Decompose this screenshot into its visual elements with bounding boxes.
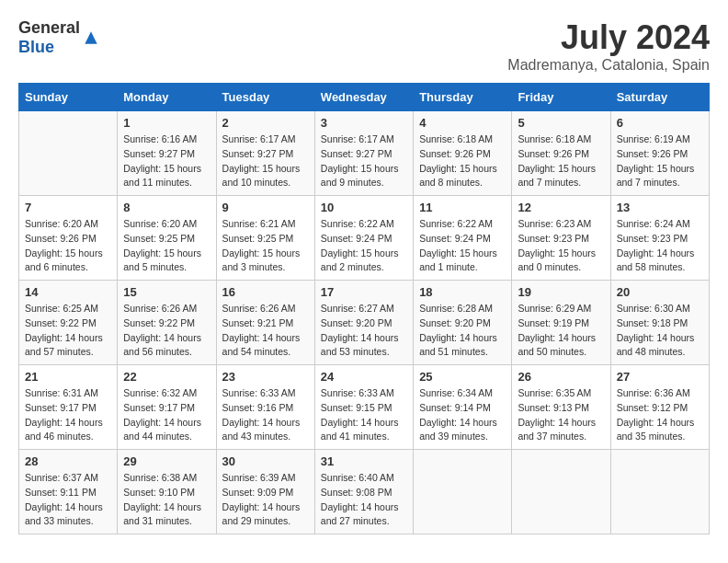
day-number: 10 <box>321 201 407 214</box>
calendar-cell: 20Sunrise: 6:30 AMSunset: 9:18 PMDayligh… <box>610 281 709 365</box>
calendar-header-row: Sunday Monday Tuesday Wednesday Thursday… <box>19 84 710 111</box>
day-number: 20 <box>617 285 703 299</box>
day-info: Sunrise: 6:40 AMSunset: 9:08 PMDaylight:… <box>321 471 407 529</box>
col-thursday: Thursday <box>414 84 512 111</box>
logo-general: General <box>18 18 80 37</box>
day-number: 9 <box>222 201 309 214</box>
calendar-cell: 8Sunrise: 6:20 AMSunset: 9:25 PMDaylight… <box>118 196 216 281</box>
day-info: Sunrise: 6:29 AMSunset: 9:19 PMDaylight:… <box>518 302 604 360</box>
day-info: Sunrise: 6:18 AMSunset: 9:26 PMDaylight:… <box>419 132 506 190</box>
location-title: Madremanya, Catalonia, Spain <box>507 57 710 74</box>
day-number: 16 <box>222 285 309 299</box>
day-number: 8 <box>123 201 210 214</box>
calendar-cell: 19Sunrise: 6:29 AMSunset: 9:19 PMDayligh… <box>512 281 610 365</box>
calendar-cell: 12Sunrise: 6:23 AMSunset: 9:23 PMDayligh… <box>512 196 610 281</box>
day-info: Sunrise: 6:26 AMSunset: 9:22 PMDaylight:… <box>123 302 210 360</box>
day-number: 31 <box>321 454 407 468</box>
page-header: General Blue July 2024 Madremanya, Catal… <box>18 18 710 74</box>
day-number: 14 <box>25 285 111 299</box>
calendar-week-row: 1Sunrise: 6:16 AMSunset: 9:27 PMDaylight… <box>19 111 710 196</box>
calendar-cell: 23Sunrise: 6:33 AMSunset: 9:16 PMDayligh… <box>216 365 314 450</box>
day-number: 29 <box>123 454 210 468</box>
day-info: Sunrise: 6:20 AMSunset: 9:25 PMDaylight:… <box>123 217 210 275</box>
day-number: 28 <box>25 454 111 468</box>
month-title: July 2024 <box>507 18 710 57</box>
calendar-cell: 27Sunrise: 6:36 AMSunset: 9:12 PMDayligh… <box>610 365 709 450</box>
day-number: 26 <box>518 370 604 384</box>
day-number: 1 <box>123 116 210 130</box>
day-number: 5 <box>518 116 604 130</box>
day-info: Sunrise: 6:18 AMSunset: 9:26 PMDaylight:… <box>518 132 604 190</box>
day-number: 2 <box>222 116 309 130</box>
col-tuesday: Tuesday <box>216 84 314 111</box>
logo: General Blue <box>18 18 100 57</box>
day-number: 30 <box>222 454 309 468</box>
day-info: Sunrise: 6:19 AMSunset: 9:26 PMDaylight:… <box>617 132 703 190</box>
calendar-cell: 21Sunrise: 6:31 AMSunset: 9:17 PMDayligh… <box>19 365 118 450</box>
day-info: Sunrise: 6:26 AMSunset: 9:21 PMDaylight:… <box>222 302 309 360</box>
calendar-cell: 29Sunrise: 6:38 AMSunset: 9:10 PMDayligh… <box>118 450 216 534</box>
calendar-cell: 9Sunrise: 6:21 AMSunset: 9:25 PMDaylight… <box>216 196 314 281</box>
calendar-cell: 22Sunrise: 6:32 AMSunset: 9:17 PMDayligh… <box>118 365 216 450</box>
calendar-cell: 14Sunrise: 6:25 AMSunset: 9:22 PMDayligh… <box>19 281 118 365</box>
day-number: 18 <box>419 285 506 299</box>
calendar-cell: 16Sunrise: 6:26 AMSunset: 9:21 PMDayligh… <box>216 281 314 365</box>
day-number: 13 <box>617 201 703 214</box>
day-info: Sunrise: 6:33 AMSunset: 9:15 PMDaylight:… <box>321 386 407 444</box>
day-info: Sunrise: 6:25 AMSunset: 9:22 PMDaylight:… <box>25 302 111 360</box>
calendar-cell: 15Sunrise: 6:26 AMSunset: 9:22 PMDayligh… <box>118 281 216 365</box>
col-sunday: Sunday <box>19 84 118 111</box>
day-number: 24 <box>321 370 407 384</box>
day-info: Sunrise: 6:24 AMSunset: 9:23 PMDaylight:… <box>617 217 703 275</box>
calendar-week-row: 21Sunrise: 6:31 AMSunset: 9:17 PMDayligh… <box>19 365 710 450</box>
calendar-cell: 6Sunrise: 6:19 AMSunset: 9:26 PMDaylight… <box>610 111 709 196</box>
day-info: Sunrise: 6:37 AMSunset: 9:11 PMDaylight:… <box>25 471 111 529</box>
day-info: Sunrise: 6:20 AMSunset: 9:26 PMDaylight:… <box>25 217 111 275</box>
calendar-cell: 11Sunrise: 6:22 AMSunset: 9:24 PMDayligh… <box>414 196 512 281</box>
day-info: Sunrise: 6:27 AMSunset: 9:20 PMDaylight:… <box>321 302 407 360</box>
calendar-cell: 7Sunrise: 6:20 AMSunset: 9:26 PMDaylight… <box>19 196 118 281</box>
day-number: 17 <box>321 285 407 299</box>
calendar-week-row: 14Sunrise: 6:25 AMSunset: 9:22 PMDayligh… <box>19 281 710 365</box>
calendar-cell <box>512 450 610 534</box>
day-number: 3 <box>321 116 407 130</box>
calendar-cell: 3Sunrise: 6:17 AMSunset: 9:27 PMDaylight… <box>314 111 413 196</box>
calendar-cell: 4Sunrise: 6:18 AMSunset: 9:26 PMDaylight… <box>414 111 512 196</box>
calendar-cell <box>414 450 512 534</box>
day-info: Sunrise: 6:22 AMSunset: 9:24 PMDaylight:… <box>419 217 506 275</box>
calendar-week-row: 7Sunrise: 6:20 AMSunset: 9:26 PMDaylight… <box>19 196 710 281</box>
calendar-cell: 13Sunrise: 6:24 AMSunset: 9:23 PMDayligh… <box>610 196 709 281</box>
title-block: July 2024 Madremanya, Catalonia, Spain <box>507 18 710 74</box>
day-info: Sunrise: 6:31 AMSunset: 9:17 PMDaylight:… <box>25 386 111 444</box>
day-info: Sunrise: 6:16 AMSunset: 9:27 PMDaylight:… <box>123 132 210 190</box>
day-info: Sunrise: 6:33 AMSunset: 9:16 PMDaylight:… <box>222 386 309 444</box>
day-info: Sunrise: 6:30 AMSunset: 9:18 PMDaylight:… <box>617 302 703 360</box>
calendar-cell: 2Sunrise: 6:17 AMSunset: 9:27 PMDaylight… <box>216 111 314 196</box>
calendar-cell: 31Sunrise: 6:40 AMSunset: 9:08 PMDayligh… <box>314 450 413 534</box>
day-number: 27 <box>617 370 703 384</box>
calendar-cell: 24Sunrise: 6:33 AMSunset: 9:15 PMDayligh… <box>314 365 413 450</box>
col-saturday: Saturday <box>610 84 709 111</box>
calendar-cell: 30Sunrise: 6:39 AMSunset: 9:09 PMDayligh… <box>216 450 314 534</box>
day-number: 23 <box>222 370 309 384</box>
logo-text: General Blue <box>18 18 80 57</box>
day-number: 7 <box>25 201 111 214</box>
col-monday: Monday <box>118 84 216 111</box>
day-number: 25 <box>419 370 506 384</box>
day-number: 11 <box>419 201 506 214</box>
day-info: Sunrise: 6:17 AMSunset: 9:27 PMDaylight:… <box>321 132 407 190</box>
col-wednesday: Wednesday <box>314 84 413 111</box>
day-number: 19 <box>518 285 604 299</box>
col-friday: Friday <box>512 84 610 111</box>
day-number: 4 <box>419 116 506 130</box>
day-info: Sunrise: 6:39 AMSunset: 9:09 PMDaylight:… <box>222 471 309 529</box>
calendar-cell: 17Sunrise: 6:27 AMSunset: 9:20 PMDayligh… <box>314 281 413 365</box>
calendar-table: Sunday Monday Tuesday Wednesday Thursday… <box>18 83 710 534</box>
day-info: Sunrise: 6:32 AMSunset: 9:17 PMDaylight:… <box>123 386 210 444</box>
day-info: Sunrise: 6:21 AMSunset: 9:25 PMDaylight:… <box>222 217 309 275</box>
day-number: 22 <box>123 370 210 384</box>
day-info: Sunrise: 6:35 AMSunset: 9:13 PMDaylight:… <box>518 386 604 444</box>
day-info: Sunrise: 6:17 AMSunset: 9:27 PMDaylight:… <box>222 132 309 190</box>
day-info: Sunrise: 6:22 AMSunset: 9:24 PMDaylight:… <box>321 217 407 275</box>
calendar-cell <box>610 450 709 534</box>
